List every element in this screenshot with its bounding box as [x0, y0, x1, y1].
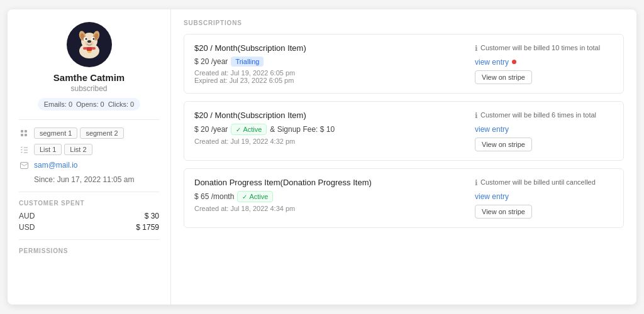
avatar — [67, 22, 112, 67]
profile-section: Samthe Catmim subscribed Emails: 0 Opens… — [19, 22, 159, 111]
signup-fee: & Signup Fee: $ 10 — [270, 125, 335, 134]
subscriptions-list: $20 / Month(Subscription Item) $ 20 /yea… — [184, 34, 624, 228]
sub-title: $20 / Month(Subscription Item) — [194, 43, 467, 53]
segment-tag-2: segment 2 — [80, 127, 123, 139]
svg-rect-18 — [25, 134, 27, 136]
spent-row: USD$ 1759 — [19, 223, 159, 232]
svg-point-7 — [87, 40, 91, 43]
billing-note: ℹ Customer will be billed until cancelle… — [475, 178, 596, 188]
sub-left: $20 / Month(Subscription Item) $ 20 /yea… — [194, 43, 467, 84]
badge-trialling: Trialling — [231, 57, 264, 67]
segments-row: segment 1 segment 2 — [19, 127, 159, 139]
sub-price: $ 65 /month — [194, 192, 234, 201]
created-date: Created at: Jul 19, 2022 6:05 pm — [194, 69, 467, 77]
emails-stat: Emails: 0 — [44, 100, 72, 108]
sub-title: Donation Progress Item(Donation Progress… — [194, 178, 467, 187]
list-tag-2: List 2 — [64, 144, 92, 155]
customer-spent-label: CUSTOMER SPENT — [19, 200, 159, 207]
right-panel: SUBSCRIPTIONS $20 / Month(Subscription I… — [171, 9, 636, 305]
sub-price-row: $ 20 /year Trialling — [194, 57, 467, 67]
view-on-stripe-button[interactable]: View on stripe — [475, 70, 532, 84]
permissions-label: PERMISSIONS — [19, 247, 159, 254]
email-icon — [19, 160, 29, 170]
sub-price: $ 20 /year — [194, 57, 228, 66]
billing-note-text: Customer will be billed 6 times in total — [480, 111, 596, 120]
subscription-card: $20 / Month(Subscription Item) $ 20 /yea… — [184, 34, 624, 94]
view-on-stripe-button[interactable]: View on stripe — [475, 205, 532, 219]
sub-right: ℹ Customer will be billed 6 times in tot… — [475, 111, 613, 151]
currency: AUD — [19, 212, 35, 220]
segment-tags: segment 1 segment 2 — [34, 127, 124, 139]
info-icon: ℹ — [475, 111, 478, 121]
svg-rect-14 — [87, 47, 92, 51]
view-entry-link[interactable]: view entry — [475, 192, 509, 201]
currency: USD — [19, 223, 35, 232]
list-tag-1: List 1 — [34, 144, 62, 155]
svg-point-10 — [85, 38, 87, 40]
subscription-card: Donation Progress Item(Donation Progress… — [184, 168, 624, 228]
list-icon — [19, 144, 29, 154]
created-date: Created at: Jul 19, 2022 4:32 pm — [194, 138, 467, 145]
email-row: sam@mail.io — [19, 160, 159, 170]
sub-left: $20 / Month(Subscription Item) $ 20 /yea… — [194, 111, 467, 151]
sub-title: $20 / Month(Subscription Item) — [194, 111, 467, 120]
billing-note-text: Customer will be billed 10 times in tota… — [480, 43, 600, 53]
left-panel: Samthe Catmim subscribed Emails: 0 Opens… — [8, 9, 171, 305]
opens-stat: Opens: 0 — [76, 100, 104, 108]
dot-indicator — [512, 60, 516, 64]
sub-right: ℹ Customer will be billed 10 times in to… — [475, 43, 613, 84]
spent-row: AUD$ 30 — [19, 212, 159, 220]
sub-right: ℹ Customer will be billed until cancelle… — [475, 178, 613, 219]
clicks-stat: Clicks: 0 — [108, 100, 135, 108]
amount: $ 30 — [145, 212, 159, 220]
view-entry-link[interactable]: view entry — [475, 125, 509, 134]
email-link[interactable]: sam@mail.io — [34, 161, 78, 170]
billing-note: ℹ Customer will be billed 10 times in to… — [475, 43, 600, 54]
svg-rect-15 — [21, 130, 23, 133]
billing-note: ℹ Customer will be billed 6 times in tot… — [475, 111, 596, 121]
view-entry-link[interactable]: view entry — [475, 58, 509, 67]
created-date: Created at: Jul 18, 2022 4:34 pm — [194, 205, 467, 212]
info-icon: ℹ — [475, 43, 478, 54]
billing-note-text: Customer will be billed until cancelled — [480, 178, 596, 187]
info-icon: ℹ — [475, 178, 478, 188]
view-on-stripe-button[interactable]: View on stripe — [475, 138, 532, 151]
svg-rect-16 — [25, 130, 27, 133]
sub-price-row: $ 65 /month Active — [194, 191, 467, 202]
svg-rect-17 — [21, 134, 23, 136]
segment-tag-1: segment 1 — [34, 127, 77, 139]
badge-active: Active — [231, 124, 267, 135]
profile-name: Samthe Catmim — [53, 72, 125, 83]
amount: $ 1759 — [136, 223, 159, 232]
segment-icon — [19, 128, 29, 138]
subscriptions-label: SUBSCRIPTIONS — [184, 19, 624, 26]
sub-price-row: $ 20 /year Active & Signup Fee: $ 10 — [194, 124, 467, 135]
lists-row: List 1 List 2 — [19, 144, 159, 155]
since-text: Since: Jun 17, 2022 11:05 am — [34, 175, 159, 184]
spent-rows: AUD$ 30USD$ 1759 — [19, 212, 159, 232]
subscription-card: $20 / Month(Subscription Item) $ 20 /yea… — [184, 101, 624, 161]
svg-point-11 — [92, 38, 94, 40]
list-tags: List 1 List 2 — [34, 144, 92, 155]
sub-left: Donation Progress Item(Donation Progress… — [194, 178, 467, 219]
stats-bar: Emails: 0 Opens: 0 Clicks: 0 — [38, 98, 140, 111]
profile-status: subscribed — [70, 84, 107, 93]
sub-price: $ 20 /year — [194, 125, 228, 134]
badge-active: Active — [237, 191, 273, 202]
expired-date: Expired at: Jul 23, 2022 6:05 pm — [194, 77, 467, 84]
